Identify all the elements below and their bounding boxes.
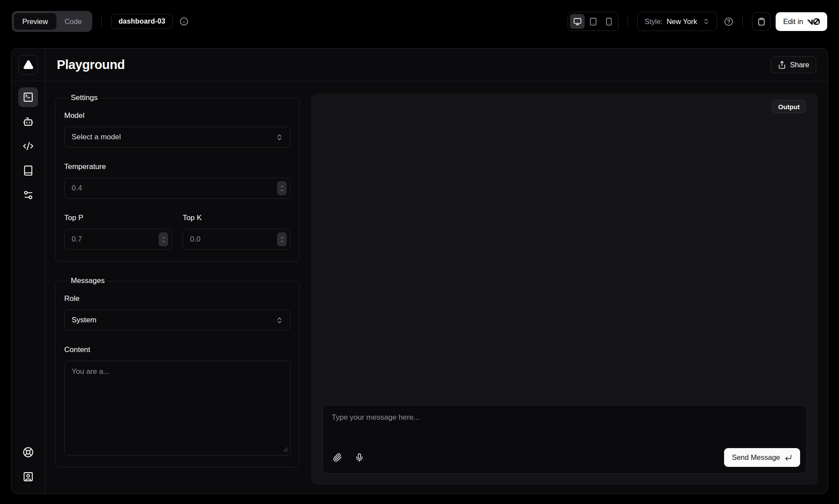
device-mobile-button[interactable] — [601, 14, 616, 29]
sidebar — [11, 48, 45, 494]
top-k-field: Top K — [183, 214, 291, 250]
toolbar-right: Style: New York Edit in — [568, 12, 827, 31]
chevrons-up-down-icon — [276, 134, 283, 141]
square-user-icon — [23, 471, 34, 482]
main-area: Playground Share Settings Model Select a… — [45, 48, 828, 494]
page-header: Playground Share — [45, 48, 828, 81]
share-button[interactable]: Share — [771, 56, 816, 73]
role-label: Role — [64, 294, 291, 303]
output-column: Output — [311, 89, 818, 485]
edit-in-label: Edit in — [783, 17, 803, 26]
model-field: Model Select a model — [64, 111, 291, 148]
info-icon[interactable] — [180, 17, 188, 26]
top-toolbar: Preview Code dashboard-03 Style: New Yor… — [0, 0, 839, 43]
help-icon[interactable] — [724, 17, 733, 26]
settings-sliders-icon — [23, 190, 34, 200]
settings-column: Settings Model Select a model Temperatur… — [55, 89, 300, 485]
number-spinner-icon[interactable] — [277, 181, 287, 195]
output-area: Output — [311, 93, 818, 485]
send-message-label: Send Message — [732, 453, 780, 462]
v0-logo-icon — [807, 18, 820, 25]
sidebar-logo-area — [11, 48, 45, 81]
settings-fieldset: Settings Model Select a model Temperatur… — [55, 93, 300, 262]
tab-code[interactable]: Code — [56, 13, 90, 30]
share-icon — [778, 61, 786, 69]
top-p-label: Top P — [64, 214, 172, 222]
model-select[interactable]: Select a model — [64, 127, 291, 148]
number-spinner-icon[interactable] — [277, 232, 287, 246]
sidebar-item-playground[interactable] — [18, 87, 38, 107]
sidebar-item-api[interactable] — [18, 136, 38, 156]
message-textarea[interactable] — [329, 411, 800, 448]
number-spinner-icon[interactable] — [159, 232, 168, 246]
clipboard-icon — [757, 17, 766, 26]
chevrons-up-down-icon — [276, 317, 283, 324]
toolbar-divider — [628, 16, 628, 27]
top-p-field: Top P — [64, 214, 172, 250]
app-logo-button[interactable] — [18, 55, 38, 75]
role-select-value: System — [72, 316, 97, 324]
settings-legend: Settings — [68, 93, 101, 102]
tab-preview[interactable]: Preview — [14, 13, 56, 30]
composer-toolbar: Send Message — [329, 448, 800, 467]
toolbar-divider — [101, 16, 102, 27]
temperature-field: Temperature — [64, 162, 291, 199]
book-icon — [23, 165, 34, 176]
style-select-value: New York — [666, 17, 697, 26]
toolbar-left: Preview Code dashboard-03 — [12, 11, 188, 32]
page-title: Playground — [57, 58, 125, 72]
paperclip-icon — [333, 453, 342, 462]
device-tablet-button[interactable] — [586, 14, 600, 29]
role-select[interactable]: System — [64, 310, 291, 331]
content-field: Content — [64, 345, 291, 456]
style-select-label: Style: — [645, 17, 662, 26]
toolbar-divider — [742, 16, 743, 27]
sidebar-item-settings[interactable] — [18, 185, 38, 205]
monitor-icon — [573, 17, 582, 26]
block-name-badge: dashboard-03 — [111, 14, 173, 29]
content-label: Content — [64, 345, 291, 354]
preview-panel: Playground Share Settings Model Select a… — [11, 48, 828, 494]
temperature-input[interactable] — [64, 178, 291, 199]
message-composer: Send Message — [322, 405, 807, 473]
edit-in-v0-button[interactable]: Edit in — [776, 12, 827, 31]
sidebar-item-account[interactable] — [18, 467, 38, 487]
device-desktop-button[interactable] — [570, 14, 585, 29]
top-k-label: Top K — [183, 214, 291, 222]
sidebar-item-models[interactable] — [18, 112, 38, 131]
messages-legend: Messages — [68, 276, 107, 285]
life-buoy-icon — [23, 447, 34, 458]
top-p-k-row: Top P Top K — [64, 214, 291, 250]
triangle-logo-icon — [23, 59, 34, 70]
device-toggle-group — [568, 12, 618, 31]
share-button-label: Share — [790, 61, 809, 69]
bot-icon — [23, 116, 34, 127]
sidebar-nav — [11, 81, 45, 494]
tablet-icon — [589, 17, 597, 26]
corner-down-left-icon — [784, 454, 792, 462]
use-microphone-button[interactable] — [351, 449, 367, 466]
copy-code-button[interactable] — [752, 12, 770, 31]
style-select[interactable]: Style: New York — [637, 12, 717, 31]
content-area: Settings Model Select a model Temperatur… — [45, 81, 828, 494]
output-badge: Output — [772, 100, 806, 113]
sidebar-item-documentation[interactable] — [18, 161, 38, 180]
code-icon — [23, 141, 34, 152]
model-select-value: Select a model — [72, 133, 121, 142]
sidebar-item-help[interactable] — [18, 442, 38, 462]
square-terminal-icon — [23, 92, 34, 103]
view-toggle-group: Preview Code — [12, 11, 92, 32]
role-field: Role System — [64, 294, 291, 331]
top-p-input[interactable] — [64, 229, 172, 250]
mic-icon — [355, 453, 364, 462]
top-k-input[interactable] — [183, 229, 291, 250]
smartphone-icon — [605, 17, 613, 26]
send-message-button[interactable]: Send Message — [724, 448, 800, 467]
attach-file-button[interactable] — [329, 449, 346, 466]
content-textarea[interactable] — [64, 361, 291, 456]
chevrons-up-down-icon — [703, 18, 710, 25]
temperature-label: Temperature — [64, 162, 291, 171]
messages-fieldset: Messages Role System Content — [55, 276, 300, 467]
model-label: Model — [64, 111, 291, 120]
